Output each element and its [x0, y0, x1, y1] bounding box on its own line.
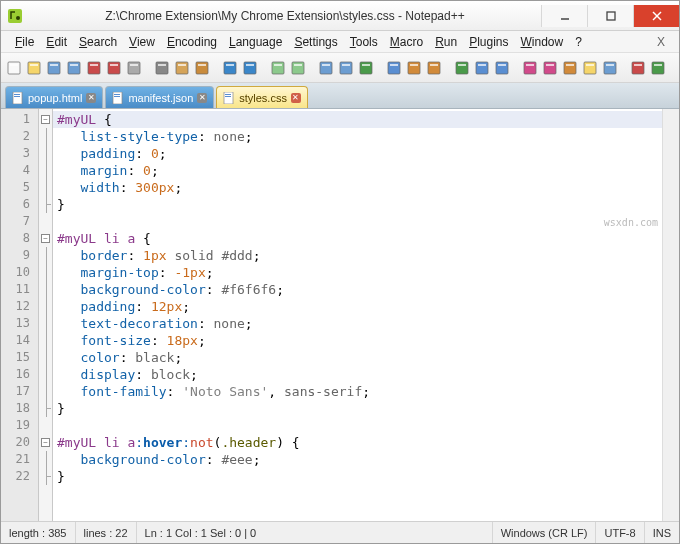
- title-bar[interactable]: Z:\Chrome Extension\My Chrome Extension\…: [1, 1, 679, 31]
- maximize-button[interactable]: [587, 5, 633, 27]
- code-line[interactable]: list-style-type: none;: [53, 128, 662, 145]
- close-button[interactable]: [633, 5, 679, 27]
- line-number[interactable]: 21: [1, 451, 38, 468]
- code-line[interactable]: background-color: #eee;: [53, 451, 662, 468]
- code-line[interactable]: color: black;: [53, 349, 662, 366]
- unfold-button[interactable]: [493, 57, 511, 79]
- sync-button[interactable]: [357, 57, 375, 79]
- line-number[interactable]: 14: [1, 332, 38, 349]
- status-mode[interactable]: INS: [645, 522, 679, 543]
- code-line[interactable]: background-color: #f6f6f6;: [53, 281, 662, 298]
- doc-map-button[interactable]: [541, 57, 559, 79]
- wordwrap-button[interactable]: [385, 57, 403, 79]
- minimize-button[interactable]: [541, 5, 587, 27]
- code-line[interactable]: font-family: 'Noto Sans', sans-serif;: [53, 383, 662, 400]
- copy-button[interactable]: [173, 57, 191, 79]
- fold-column[interactable]: −−−: [39, 109, 53, 521]
- tab-popup-html[interactable]: popup.html✕: [5, 86, 103, 108]
- tab-close-icon[interactable]: ✕: [197, 93, 207, 103]
- status-eol[interactable]: Windows (CR LF): [493, 522, 597, 543]
- menu-file[interactable]: File: [9, 35, 40, 49]
- save-all-button[interactable]: [65, 57, 83, 79]
- line-number[interactable]: 2: [1, 128, 38, 145]
- monitor-button[interactable]: [601, 57, 619, 79]
- line-number[interactable]: 10: [1, 264, 38, 281]
- code-line[interactable]: #myUL li a {: [53, 230, 662, 247]
- line-number[interactable]: 7: [1, 213, 38, 230]
- zoom-out-button[interactable]: [337, 57, 355, 79]
- line-number[interactable]: 6: [1, 196, 38, 213]
- show-all-button[interactable]: [405, 57, 423, 79]
- fold-marker[interactable]: −: [39, 434, 52, 451]
- line-number[interactable]: 9: [1, 247, 38, 264]
- code-line[interactable]: padding: 12px;: [53, 298, 662, 315]
- find-button[interactable]: [269, 57, 287, 79]
- menu-tools[interactable]: Tools: [344, 35, 384, 49]
- line-number[interactable]: 13: [1, 315, 38, 332]
- line-number[interactable]: 16: [1, 366, 38, 383]
- line-number-gutter[interactable]: 12345678910111213141516171819202122: [1, 109, 39, 521]
- code-line[interactable]: }: [53, 468, 662, 485]
- line-number[interactable]: 4: [1, 162, 38, 179]
- tab-close-icon[interactable]: ✕: [86, 93, 96, 103]
- zoom-in-button[interactable]: [317, 57, 335, 79]
- line-number[interactable]: 8: [1, 230, 38, 247]
- func-list-button[interactable]: [561, 57, 579, 79]
- line-number[interactable]: 15: [1, 349, 38, 366]
- menu-window[interactable]: Window: [515, 35, 570, 49]
- tab-styles-css[interactable]: styles.css✕: [216, 86, 308, 108]
- code-line[interactable]: #myUL {: [53, 111, 662, 128]
- code-line[interactable]: border: 1px solid #ddd;: [53, 247, 662, 264]
- line-number[interactable]: 12: [1, 298, 38, 315]
- fold-button[interactable]: [473, 57, 491, 79]
- line-number[interactable]: 5: [1, 179, 38, 196]
- replace-button[interactable]: [289, 57, 307, 79]
- folder-button[interactable]: [581, 57, 599, 79]
- play-button[interactable]: [649, 57, 667, 79]
- indent-guide-button[interactable]: [425, 57, 443, 79]
- cut-button[interactable]: [153, 57, 171, 79]
- bookmark-button[interactable]: [677, 57, 679, 79]
- tab-close-icon[interactable]: ✕: [291, 93, 301, 103]
- menu-help[interactable]: ?: [569, 35, 588, 49]
- menu-x-button[interactable]: X: [651, 35, 671, 49]
- line-number[interactable]: 1: [1, 111, 38, 128]
- print-button[interactable]: [125, 57, 143, 79]
- code-line[interactable]: [53, 417, 662, 434]
- code-line[interactable]: }: [53, 196, 662, 213]
- save-button[interactable]: [45, 57, 63, 79]
- new-button[interactable]: [5, 57, 23, 79]
- menu-search[interactable]: Search: [73, 35, 123, 49]
- code-line[interactable]: text-decoration: none;: [53, 315, 662, 332]
- code-editor[interactable]: wsxdn.com #myUL { list-style-type: none;…: [53, 109, 662, 521]
- menu-language[interactable]: Language: [223, 35, 288, 49]
- menu-view[interactable]: View: [123, 35, 161, 49]
- close-all-button[interactable]: [105, 57, 123, 79]
- fold-marker[interactable]: −: [39, 111, 52, 128]
- code-line[interactable]: }: [53, 400, 662, 417]
- code-line[interactable]: display: block;: [53, 366, 662, 383]
- line-number[interactable]: 20: [1, 434, 38, 451]
- line-number[interactable]: 17: [1, 383, 38, 400]
- line-number[interactable]: 18: [1, 400, 38, 417]
- open-button[interactable]: [25, 57, 43, 79]
- tab-manifest-json[interactable]: manifest.json✕: [105, 86, 214, 108]
- menu-plugins[interactable]: Plugins: [463, 35, 514, 49]
- line-number[interactable]: 22: [1, 468, 38, 485]
- doc-list-button[interactable]: [521, 57, 539, 79]
- code-line[interactable]: margin-top: -1px;: [53, 264, 662, 281]
- line-number[interactable]: 11: [1, 281, 38, 298]
- record-button[interactable]: [629, 57, 647, 79]
- paste-button[interactable]: [193, 57, 211, 79]
- lang-button[interactable]: [453, 57, 471, 79]
- status-encoding[interactable]: UTF-8: [596, 522, 644, 543]
- code-line[interactable]: font-size: 18px;: [53, 332, 662, 349]
- close-button[interactable]: [85, 57, 103, 79]
- fold-marker[interactable]: −: [39, 230, 52, 247]
- code-line[interactable]: [53, 213, 662, 230]
- menu-edit[interactable]: Edit: [40, 35, 73, 49]
- menu-run[interactable]: Run: [429, 35, 463, 49]
- vertical-scrollbar[interactable]: [662, 109, 679, 521]
- menu-encoding[interactable]: Encoding: [161, 35, 223, 49]
- code-line[interactable]: width: 300px;: [53, 179, 662, 196]
